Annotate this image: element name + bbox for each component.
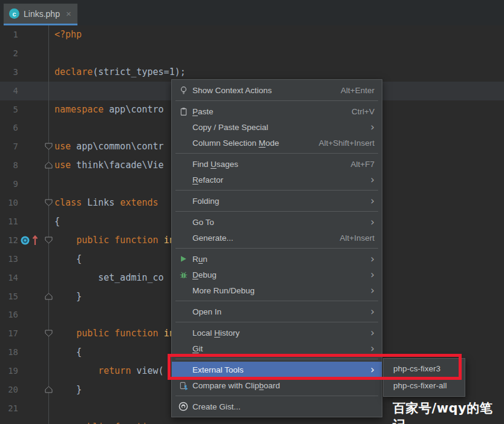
shortcut: Alt+Insert bbox=[340, 233, 375, 243]
code-line: public function in bbox=[54, 231, 175, 250]
line-number: 13 bbox=[0, 250, 18, 269]
editor-tab-bar: c Links.php × bbox=[0, 0, 504, 25]
line-number: 21 bbox=[0, 399, 18, 418]
submenu-arrow-icon: › bbox=[370, 196, 375, 206]
menu-item-local-history[interactable]: Local History › bbox=[172, 325, 382, 341]
watermark-text: 百家号/wqy的笔记 bbox=[393, 400, 504, 424]
menu-item-open-in[interactable]: Open In › bbox=[172, 304, 382, 319]
code-line: declare(strict_types=1); bbox=[54, 63, 186, 82]
menu-item-find-usages[interactable]: Find Usages Alt+F7 bbox=[172, 156, 382, 172]
red-highlight-rectangle bbox=[168, 354, 462, 380]
gutter-separator bbox=[48, 25, 49, 424]
menu-item-run[interactable]: Run › bbox=[172, 251, 382, 267]
tab-title: Links.php bbox=[24, 9, 60, 19]
menu-separator bbox=[175, 301, 378, 301]
fold-start-icon[interactable] bbox=[45, 199, 53, 206]
fold-start-icon[interactable] bbox=[45, 236, 53, 244]
line-number: 16 bbox=[0, 305, 18, 324]
submenu-arrow-icon: › bbox=[370, 270, 375, 280]
menu-item-column-selection-mode[interactable]: Column Selection Mode Alt+Shift+Insert bbox=[172, 135, 382, 151]
lightbulb-icon bbox=[178, 85, 189, 96]
submenu-arrow-icon: › bbox=[370, 217, 375, 227]
line-number: 9 bbox=[0, 175, 18, 194]
shortcut: Alt+Enter bbox=[341, 86, 375, 95]
code-line: use think\facade\Vie bbox=[54, 156, 164, 175]
code-line: public function in bbox=[54, 324, 175, 343]
code-line: set_admin_co bbox=[54, 269, 164, 287]
code-line: { bbox=[54, 212, 60, 231]
menu-item-paste[interactable]: Paste Ctrl+V bbox=[172, 103, 382, 119]
line-number: 8 bbox=[0, 156, 18, 175]
github-icon bbox=[178, 402, 189, 412]
code-line: namespace app\contro bbox=[54, 100, 164, 119]
fold-end-icon[interactable] bbox=[45, 386, 53, 393]
debug-bug-icon bbox=[178, 270, 189, 280]
submenu-arrow-icon: › bbox=[370, 285, 375, 296]
implements-up-arrow-icon[interactable] bbox=[31, 235, 39, 246]
menu-separator bbox=[175, 396, 378, 396]
menu-item-create-gist[interactable]: Create Gist... bbox=[172, 399, 382, 414]
line-number: 11 bbox=[0, 212, 18, 231]
code-line: return view( bbox=[54, 362, 164, 380]
menu-item-go-to[interactable]: Go To › bbox=[172, 214, 382, 230]
fold-start-icon[interactable] bbox=[45, 330, 53, 337]
menu-item-show-context-actions[interactable]: Show Context Actions Alt+Enter bbox=[172, 82, 382, 98]
compare-clipboard-icon bbox=[178, 380, 189, 391]
line-number: 4 bbox=[0, 82, 18, 100]
code-line: } bbox=[54, 287, 82, 306]
shortcut: Ctrl+V bbox=[352, 107, 375, 116]
menu-item-copy-paste-special[interactable]: Copy / Paste Special › bbox=[172, 119, 382, 135]
code-line: <?php bbox=[54, 25, 82, 44]
tab-links-php[interactable]: c Links.php × bbox=[4, 4, 77, 25]
menu-item-more-run-debug[interactable]: More Run/Debug › bbox=[172, 282, 382, 298]
code-line: } bbox=[54, 380, 82, 399]
menu-separator bbox=[175, 322, 378, 322]
line-number: 19 bbox=[0, 362, 18, 380]
line-number: 7 bbox=[0, 137, 18, 156]
line-number: 18 bbox=[0, 343, 18, 362]
menu-separator bbox=[175, 190, 378, 191]
fold-end-icon[interactable] bbox=[45, 161, 53, 169]
menu-item-generate[interactable]: Generate... Alt+Insert bbox=[172, 230, 382, 246]
menu-separator bbox=[175, 153, 378, 154]
line-number: 12 bbox=[0, 231, 18, 250]
override-method-icon[interactable] bbox=[20, 235, 30, 246]
code-line: { bbox=[54, 343, 82, 362]
fold-end-icon[interactable] bbox=[45, 293, 53, 300]
code-line: class Links extends bbox=[54, 194, 159, 212]
menu-separator bbox=[175, 248, 378, 249]
line-number: 20 bbox=[0, 380, 18, 399]
line-number: 1 bbox=[0, 25, 18, 44]
fold-start-icon[interactable] bbox=[45, 143, 53, 150]
php-class-icon: c bbox=[9, 8, 19, 19]
line-number: 10 bbox=[0, 194, 18, 212]
clipboard-icon bbox=[178, 106, 189, 117]
submenu-item-php-cs-fixer-all[interactable]: php-cs-fixer-all bbox=[384, 377, 465, 394]
line-number: 5 bbox=[0, 100, 18, 119]
line-number: 15 bbox=[0, 287, 18, 306]
code-line: { bbox=[54, 250, 82, 269]
submenu-arrow-icon: › bbox=[370, 328, 375, 338]
menu-item-refactor[interactable]: Refactor › bbox=[172, 172, 382, 188]
line-number: 14 bbox=[0, 269, 18, 287]
submenu-arrow-icon: › bbox=[370, 122, 375, 132]
menu-separator bbox=[175, 211, 378, 212]
submenu-arrow-icon: › bbox=[370, 254, 375, 264]
code-line: public functi bbox=[54, 418, 148, 424]
line-number: 6 bbox=[0, 119, 18, 137]
line-number: 2 bbox=[0, 44, 18, 63]
submenu-arrow-icon: › bbox=[370, 344, 375, 354]
menu-item-folding[interactable]: Folding › bbox=[172, 193, 382, 209]
shortcut: Alt+F7 bbox=[351, 160, 375, 169]
menu-separator bbox=[175, 100, 378, 101]
shortcut: Alt+Shift+Insert bbox=[319, 139, 375, 148]
line-number: 17 bbox=[0, 324, 18, 343]
run-icon bbox=[178, 254, 189, 264]
close-icon[interactable]: × bbox=[66, 8, 71, 19]
code-line: use app\common\contr bbox=[54, 137, 164, 156]
menu-item-debug[interactable]: Debug › bbox=[172, 267, 382, 282]
submenu-arrow-icon: › bbox=[370, 307, 375, 317]
line-number: 3 bbox=[0, 63, 18, 82]
submenu-arrow-icon: › bbox=[370, 175, 375, 185]
